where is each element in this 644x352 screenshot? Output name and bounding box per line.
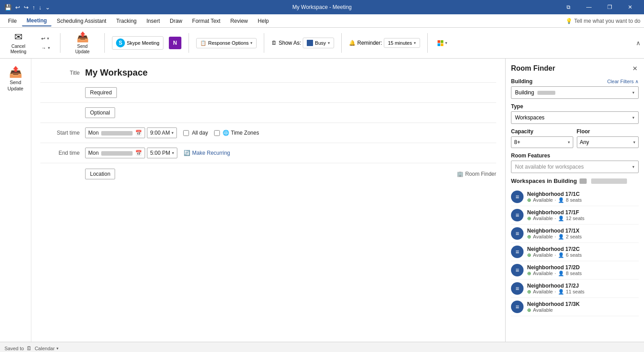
up-icon[interactable]: ↑ [31,3,36,12]
room-features-chevron[interactable]: ▾ [632,165,635,169]
floor-dropdown[interactable]: Any ▾ [577,136,639,148]
show-as-chevron[interactable]: ▾ [328,41,330,45]
send-update-large-button[interactable]: 📤 Send Update [0,63,30,95]
clear-filters-button[interactable]: Clear Filters ∧ [607,79,639,85]
time-zones-checkbox[interactable] [214,130,220,136]
end-datetime-group: Mon 📅 5:00 PM ▾ 🔄 Make Recurring [85,148,496,158]
reminder-chevron[interactable]: ▾ [414,41,416,45]
make-recurring-button[interactable]: 🔄 Make Recurring [184,150,230,156]
close-button[interactable]: ✕ [620,0,640,14]
ms365-icon [438,40,443,46]
response-icon: 📋 [200,40,206,46]
calendar-label[interactable]: Calendar ▾ [34,346,59,351]
menu-format-text[interactable]: Format Text [188,16,225,26]
tell-me-field[interactable]: 💡 Tell me what you want to do [566,18,640,24]
seats-icon: 👤 [558,216,564,221]
restore-up-icon[interactable]: ⧉ [558,0,579,14]
menu-draw[interactable]: Draw [165,16,187,26]
menu-insert[interactable]: Insert [142,16,164,26]
undo-dropdown[interactable]: ▾ [47,36,49,41]
location-button[interactable]: Location [85,169,115,179]
optional-input[interactable] [120,110,300,116]
redo-button[interactable]: → ▾ [39,44,53,52]
menu-review[interactable]: Review [226,16,252,26]
required-button[interactable]: Required [85,87,117,98]
optional-button[interactable]: Optional [85,107,115,118]
floor-chevron[interactable]: ▾ [633,140,635,144]
workspace-item[interactable]: ≡ Neighborhood 17/1X ⊕ Available · 👤2 se… [511,225,639,243]
send-update-button[interactable]: 📤 Send Update [68,30,97,56]
ms365-button[interactable]: ▾ [435,39,450,47]
end-time-chevron[interactable]: ▾ [172,151,174,155]
workspace-info: Neighborhood 17/1X ⊕ Available · 👤2 seat… [527,228,639,240]
location-input[interactable] [119,171,456,177]
menu-file[interactable]: File [4,16,21,26]
workspace-item[interactable]: ≡ Neighborhood 17/1F ⊕ Available · 👤12 s… [511,206,639,225]
ribbon: ✉ Cancel Meeting ↩ ▾ → ▾ 📤 Send Update S… [0,28,644,59]
time-zones-group: 🌐 Time Zones [214,130,259,136]
workspace-item[interactable]: ≡ Neighborhood 17/2J ⊕ Available · 👤11 s… [511,280,639,298]
menu-meeting[interactable]: Meeting [22,16,51,26]
maximize-button[interactable]: ❐ [599,0,620,14]
onenote-button[interactable]: N [169,37,181,49]
room-finder-title: Room Finder [511,64,555,72]
building-chevron[interactable]: ▾ [632,90,635,95]
show-as-label: Show As: [279,40,301,46]
response-options-button[interactable]: 📋 Response Options ▾ [196,38,257,48]
minimize-button[interactable]: — [579,0,599,14]
room-finder-header: Room Finder ✕ [511,64,639,73]
capacity-chevron[interactable]: ▾ [568,140,570,144]
workspace-status: Available [533,289,553,294]
room-finder-trigger-button[interactable]: 🏢 Room Finder [457,171,496,177]
workspace-name: Neighborhood 17/2J [527,283,639,289]
menu-tracking[interactable]: Tracking [112,16,141,26]
workspace-status: Available [533,307,553,313]
redo-dropdown[interactable]: ▾ [48,46,50,50]
send-update-icon: 📤 [77,31,89,43]
all-day-checkbox[interactable] [183,130,189,136]
ribbon-expand-button[interactable]: ∧ [636,39,640,47]
undo-button[interactable]: ↩ ▾ [39,34,52,43]
capacity-dropdown[interactable]: 8+ ▾ [511,136,573,148]
workspace-item[interactable]: ≡ Neighborhood 17/2D ⊕ Available · 👤8 se… [511,261,639,280]
start-time-chevron[interactable]: ▾ [172,131,174,135]
show-as-dropdown[interactable]: Busy ▾ [303,38,334,48]
title-field[interactable]: My Workspace [85,66,496,80]
workspace-item[interactable]: ≡ Neighborhood 17/1C ⊕ Available · 👤8 se… [511,188,639,206]
type-chevron[interactable]: ▾ [632,115,635,120]
undo-icon[interactable]: ↩ [14,3,21,12]
workspace-item[interactable]: ≡ Neighborhood 17/2C ⊕ Available · 👤6 se… [511,243,639,261]
redo-icon[interactable]: ↪ [23,3,30,12]
workspace-item[interactable]: ≡ Neighborhood 17/3K ⊕ Available [511,298,639,316]
type-dropdown[interactable]: Workspaces ▾ [511,111,639,124]
workspace-icon: ≡ [511,191,524,203]
building-dropdown[interactable]: Building ▾ [511,86,639,99]
workspace-icon: ≡ [511,301,524,313]
options-icon[interactable]: ⌄ [44,3,51,12]
floor-group: Floor Any ▾ [577,128,639,148]
down-icon[interactable]: ↓ [38,3,43,12]
reminder-label: Reminder: [357,40,382,46]
end-time-picker[interactable]: 5:00 PM ▾ [147,148,177,158]
room-features-header: Room Features [511,153,639,159]
calendar-chevron[interactable]: ▾ [56,346,59,351]
reminder-dropdown[interactable]: 15 minutes ▾ [384,38,420,48]
menu-scheduling[interactable]: Scheduling Assistant [52,16,111,26]
ms365-dropdown[interactable]: ▾ [445,41,447,45]
end-date-picker[interactable]: Mon 📅 [85,148,145,158]
send-update-large-icon: 📤 [9,66,22,78]
menu-help[interactable]: Help [253,16,274,26]
workspace-info: Neighborhood 17/2J ⊕ Available · 👤11 sea… [527,283,639,295]
save-icon[interactable]: 💾 [4,3,13,12]
response-dropdown-icon[interactable]: ▾ [250,41,253,45]
required-input[interactable] [122,89,301,96]
workspace-seats: 8 seats [566,271,582,276]
skype-meeting-button[interactable]: S Skype Meeting [112,36,163,50]
start-date-picker[interactable]: Mon 📅 [85,127,145,138]
start-time-field: Mon 📅 9:00 AM ▾ All day [85,126,496,140]
room-features-dropdown[interactable]: Not available for workspaces ▾ [511,161,639,173]
status-bar: Saved to 🗓 Calendar ▾ [0,342,644,352]
start-time-picker[interactable]: 9:00 AM ▾ [147,127,177,138]
cancel-meeting-button[interactable]: ✉ Cancel Meeting [4,30,33,56]
room-finder-close-button[interactable]: ✕ [631,64,639,73]
